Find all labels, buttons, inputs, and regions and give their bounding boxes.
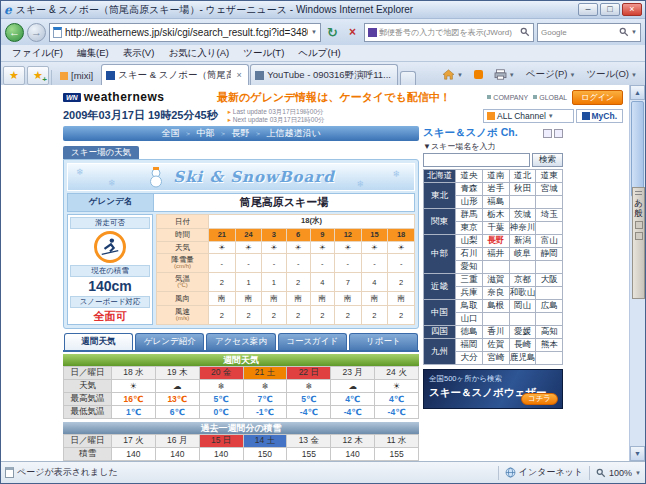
prefecture-link[interactable]: 東京 <box>456 222 483 235</box>
ski-search-input[interactable] <box>423 153 530 167</box>
url-field[interactable]: http://weathernews.jp/ski/cgi/search_res… <box>49 23 321 42</box>
content-tab[interactable]: アクセス案内 <box>206 333 275 350</box>
prefecture-link[interactable]: 福井 <box>482 248 509 261</box>
prefecture-link[interactable]: 道南 <box>482 170 509 183</box>
prefecture-link[interactable]: 群馬 <box>456 209 483 222</box>
new-tab-button[interactable] <box>400 71 416 85</box>
company-link[interactable]: COMPANY <box>487 94 528 101</box>
prefecture-link[interactable]: 山口 <box>456 313 483 326</box>
prefecture-link[interactable]: 岡山 <box>509 300 536 313</box>
scroll-down-icon[interactable]: ▼ <box>630 446 645 461</box>
back-button[interactable]: ← <box>5 23 24 42</box>
menu-item[interactable]: お気に入り(A) <box>161 47 236 60</box>
prefecture-link[interactable]: 三重 <box>456 274 483 287</box>
sidebar-collapse-icon[interactable] <box>543 129 552 138</box>
scrollbar-thumb[interactable] <box>631 101 644 197</box>
url-dropdown-icon[interactable]: ▼ <box>311 29 317 35</box>
prefecture-link[interactable]: 神奈川 <box>509 222 536 235</box>
prefecture-link[interactable]: 道北 <box>509 170 536 183</box>
prefecture-link[interactable]: 栃木 <box>482 209 509 222</box>
prefecture-link[interactable]: 愛知 <box>456 261 483 274</box>
feeds-button[interactable] <box>470 65 487 84</box>
prefecture-link[interactable]: 大分 <box>456 352 483 365</box>
minimize-button[interactable]: – <box>578 3 598 16</box>
prefecture-link[interactable]: 愛媛 <box>509 326 536 339</box>
maximize-button[interactable]: □ <box>600 3 620 16</box>
ime-mode-button[interactable]: 般 <box>634 208 643 218</box>
ski-weather-ad-banner[interactable]: 全国500ヶ所から検索 スキー＆スノボウェザー コチラ <box>423 369 563 409</box>
my-channel-button[interactable]: MyCh. <box>576 109 624 123</box>
prefecture-link[interactable]: 埼玉 <box>536 209 563 222</box>
login-button[interactable]: ログイン <box>572 90 623 105</box>
browser-tab[interactable]: YouTube - 090316野演呼11... <box>250 64 398 85</box>
home-button[interactable]: ▼ <box>438 65 467 84</box>
menu-item[interactable]: ファイル(F) <box>5 47 70 60</box>
add-favorite-button[interactable]: ★+ <box>27 66 49 85</box>
prefecture-link[interactable]: 広島 <box>536 300 563 313</box>
all-channel-button[interactable]: ALL Channel ▼ <box>483 109 574 123</box>
prefecture-link[interactable]: 宮城 <box>536 183 563 196</box>
zoom-control[interactable]: 100% ▼ <box>596 468 641 478</box>
content-tab[interactable]: ゲレンデ紹介 <box>135 333 204 350</box>
scroll-up-icon[interactable]: ▲ <box>630 85 645 100</box>
prefecture-link[interactable]: 山形 <box>456 196 483 209</box>
jword-search-box[interactable]: 郵便番号の入力で地図を表示(JWord) <box>364 23 534 42</box>
refresh-button[interactable]: ↻ <box>324 24 341 41</box>
prefecture-link[interactable]: 徳島 <box>456 326 483 339</box>
breadcrumb-item[interactable]: 長野 <box>231 127 249 140</box>
tools-menu-button[interactable]: ツール(O) ▼ <box>582 65 641 84</box>
prefecture-link[interactable]: 兵庫 <box>456 287 483 300</box>
global-link[interactable]: GLOBAL <box>533 94 567 101</box>
prefecture-link[interactable]: 山梨 <box>456 235 483 248</box>
prefecture-link[interactable]: 道東 <box>536 170 563 183</box>
menu-item[interactable]: 表示(V) <box>116 47 162 60</box>
stop-button[interactable]: × <box>344 24 361 41</box>
prefecture-link[interactable]: 岩手 <box>482 183 509 196</box>
prefecture-link[interactable]: 長野 <box>482 235 509 248</box>
search-options-icon[interactable]: ▼ <box>631 29 637 35</box>
menu-item[interactable]: ヘルプ(H) <box>291 47 347 60</box>
weathernews-logo[interactable]: WN weathernews <box>63 90 201 104</box>
breadcrumb-item[interactable]: 中部 <box>196 127 214 140</box>
prefecture-link[interactable]: 長崎 <box>509 339 536 352</box>
prefecture-link[interactable]: 熊本 <box>536 339 563 352</box>
links-bar-item-mixi[interactable]: [mixi] <box>54 66 99 85</box>
favorites-center-button[interactable]: ★ <box>3 66 25 85</box>
prefecture-link[interactable]: 福岡 <box>456 339 483 352</box>
content-tab[interactable]: コースガイド <box>278 333 347 350</box>
search-icon[interactable] <box>520 27 530 37</box>
prefecture-link[interactable]: 高知 <box>536 326 563 339</box>
prefecture-link[interactable]: 千葉 <box>482 222 509 235</box>
drag-handle[interactable] <box>635 191 642 195</box>
content-tab[interactable]: リポート <box>349 333 418 350</box>
prefecture-link[interactable]: 岐阜 <box>509 248 536 261</box>
prefecture-link[interactable]: 和歌山 <box>509 287 536 300</box>
prefecture-link[interactable]: 鳥取 <box>456 300 483 313</box>
breadcrumb-item[interactable]: 上信越道沿い <box>266 127 320 140</box>
prefecture-link[interactable]: 青森 <box>456 183 483 196</box>
prefecture-link[interactable]: 香川 <box>482 326 509 339</box>
prefecture-link[interactable]: 新潟 <box>509 235 536 248</box>
title-bar[interactable]: e スキー & スノボー（筒尾高原スキー場）- ウェザーニュース - Windo… <box>1 1 645 19</box>
ski-search-button[interactable]: 検索 <box>532 153 563 167</box>
content-tab[interactable]: 週間天気 <box>64 333 133 350</box>
print-button[interactable]: ▼ <box>490 65 519 84</box>
prefecture-link[interactable]: 秋田 <box>509 183 536 196</box>
prefecture-link[interactable]: 奈良 <box>482 287 509 300</box>
page-menu-button[interactable]: ページ(P) ▼ <box>522 65 580 84</box>
prefecture-link[interactable]: 宮崎 <box>482 352 509 365</box>
prefecture-link[interactable]: 静岡 <box>536 248 563 261</box>
ime-tool-icon[interactable] <box>635 232 643 240</box>
prefecture-link[interactable]: 滋賀 <box>482 274 509 287</box>
ime-mode-button[interactable]: あ <box>634 198 643 208</box>
tab-close-icon[interactable]: × <box>234 70 244 80</box>
prefecture-link[interactable]: 京都 <box>509 274 536 287</box>
prefecture-link[interactable]: 石川 <box>456 248 483 261</box>
close-button[interactable]: × <box>622 3 642 16</box>
forward-button[interactable]: → <box>27 23 46 42</box>
prefecture-link[interactable]: 大阪 <box>536 274 563 287</box>
search-icon[interactable] <box>619 27 629 37</box>
ad-button[interactable]: コチラ <box>521 393 558 405</box>
menu-item[interactable]: ツール(T) <box>236 47 291 60</box>
prefecture-link[interactable]: 島根 <box>482 300 509 313</box>
